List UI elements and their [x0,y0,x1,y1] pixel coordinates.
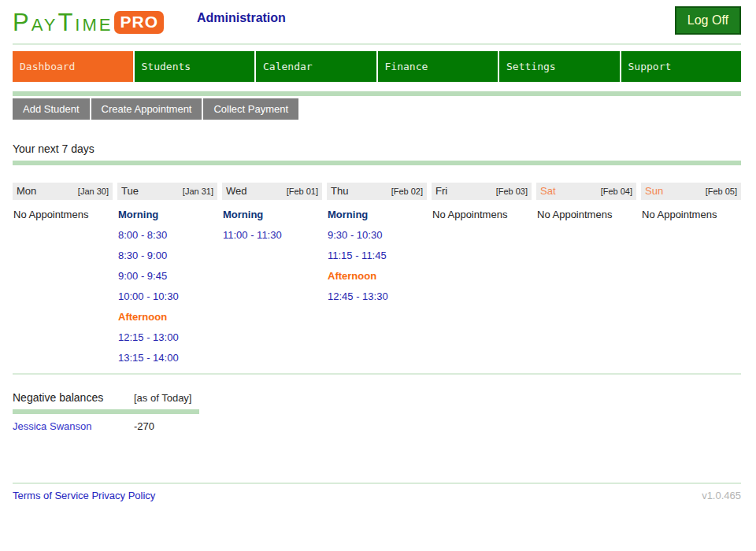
day-name: Sat [540,185,556,197]
no-appointments-label: No Appointmens [13,209,113,220]
day-name: Thu [331,185,348,197]
appointment-time[interactable]: 12:15 - 13:00 [117,332,217,343]
footer-row: Terms of Service Privacy Policy v1.0.465 [13,490,741,501]
section-divider [13,373,741,375]
day-header-wed: Wed[Feb 01] [222,183,322,200]
balances-header: Negative balances [as of Today] [13,391,741,404]
day-column-sun: Sun[Feb 05]No Appointmens [641,183,741,365]
day-name: Tue [121,185,139,197]
day-name: Mon [17,185,36,197]
period-label-morning: Morning [117,209,217,220]
day-date: [Feb 02] [391,187,423,196]
period-label-morning: Morning [327,209,427,220]
nav-tab-support[interactable]: Support [621,51,742,82]
day-header-thu: Thu[Feb 02] [327,183,427,200]
logo-text: PayTime [13,12,113,34]
no-appointments-label: No Appointmens [432,209,532,220]
app-version: v1.0.465 [702,490,741,501]
period-label-afternoon: Afternoon [327,271,427,282]
create-appointment-button[interactable]: Create Appointment [91,98,202,120]
collect-payment-button[interactable]: Collect Payment [203,98,298,120]
student-name-link[interactable]: Jessica Swanson [13,420,134,432]
appointment-time[interactable]: 8:00 - 8:30 [117,230,217,241]
appointment-time[interactable]: 9:00 - 9:45 [117,271,217,282]
header: PayTime PRO Administration Log Off [13,0,741,43]
day-header-sun: Sun[Feb 05] [641,183,741,200]
day-column-thu: Thu[Feb 02]Morning9:30 - 10:3011:15 - 11… [327,183,427,365]
no-appointments-label: No Appointmens [536,209,636,220]
appointment-time[interactable]: 11:00 - 11:30 [222,230,322,241]
no-appointments-label: No Appointmens [641,209,741,220]
paytime-pro-logo: PayTime PRO [13,11,164,34]
balance-amount: -270 [134,420,154,432]
period-label-afternoon: Afternoon [117,312,217,323]
footer-divider [13,483,741,484]
day-column-sat: Sat[Feb 04]No Appointmens [536,183,636,365]
balances-rows: Jessica Swanson-270 [13,420,741,432]
day-date: [Feb 05] [706,187,737,196]
footer: Terms of Service Privacy Policy v1.0.465 [13,483,741,501]
page-title: Administration [197,11,286,25]
week-section-heading: Your next 7 days [13,142,741,155]
day-column-fri: Fri[Feb 03]No Appointmens [432,183,532,365]
balances-heading: Negative balances [13,391,134,404]
nav-tab-calendar[interactable]: Calendar [256,51,376,82]
appointment-time[interactable]: 8:30 - 9:00 [117,250,217,261]
log-off-button[interactable]: Log Off [675,6,741,35]
day-header-tue: Tue[Jan 31] [117,183,217,200]
terms-of-service-link[interactable]: Terms of Service [13,490,89,501]
main-nav: DashboardStudentsCalendarFinanceSettings… [13,51,741,82]
week-grid: Mon[Jan 30]No AppointmensTue[Jan 31]Morn… [13,183,741,365]
day-date: [Jan 30] [78,187,109,196]
privacy-policy-link[interactable]: Privacy Policy [91,490,155,501]
day-header-mon: Mon[Jan 30] [13,183,113,200]
appointment-time[interactable]: 13:15 - 14:00 [117,353,217,364]
actions-top-bar [13,91,741,96]
nav-tab-students[interactable]: Students [135,51,255,82]
add-student-button[interactable]: Add Student [13,98,90,120]
day-date: [Jan 31] [183,187,213,196]
day-date: [Feb 01] [287,187,318,196]
nav-tab-finance[interactable]: Finance [378,51,498,82]
day-date: [Feb 03] [496,187,528,196]
day-column-tue: Tue[Jan 31]Morning8:00 - 8:308:30 - 9:00… [117,183,217,365]
day-name: Sun [645,185,663,197]
day-name: Fri [435,185,447,197]
negative-balances-section: Negative balances [as of Today] Jessica … [13,391,741,432]
logo-pro-badge: PRO [114,11,164,34]
day-header-fri: Fri[Feb 03] [432,183,532,200]
appointment-time[interactable]: 9:30 - 10:30 [327,230,427,241]
footer-links: Terms of Service Privacy Policy [13,490,155,501]
balance-row: Jessica Swanson-270 [13,420,741,432]
nav-tab-dashboard[interactable]: Dashboard [13,51,133,82]
day-name: Wed [226,185,247,197]
day-column-mon: Mon[Jan 30]No Appointmens [13,183,113,365]
period-label-morning: Morning [222,209,322,220]
page: PayTime PRO Administration Log Off Dashb… [0,0,756,551]
appointment-time[interactable]: 10:00 - 10:30 [117,291,217,302]
nav-tab-settings[interactable]: Settings [499,51,620,82]
appointment-time[interactable]: 11:15 - 11:45 [327,250,427,261]
day-header-sat: Sat[Feb 04] [536,183,636,200]
balances-underline [13,409,199,414]
quick-actions: Add StudentCreate AppointmentCollect Pay… [13,98,741,120]
day-column-wed: Wed[Feb 01]Morning11:00 - 11:30 [222,183,322,365]
appointment-time[interactable]: 12:45 - 13:30 [327,291,427,302]
balances-as-of-label: [as of Today] [134,392,191,404]
header-divider [13,43,741,45]
day-date: [Feb 04] [601,187,632,196]
week-heading-underline [13,161,741,165]
